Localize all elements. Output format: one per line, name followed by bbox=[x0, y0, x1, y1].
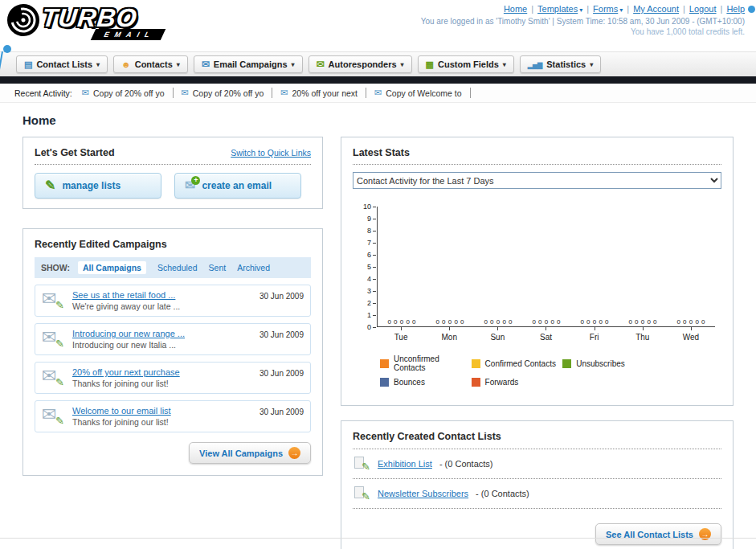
manage-lists-button[interactable]: ✎manage lists bbox=[35, 173, 161, 199]
contact-list-item[interactable]: ✎Exhibition List- (0 Contacts) bbox=[353, 449, 721, 478]
envelope-icon: ✉ bbox=[42, 366, 56, 387]
envelope-icon: ✉ bbox=[280, 88, 288, 98]
contact-list-item[interactable]: ✎Newsletter Subscribers- (0 Contacts) bbox=[353, 479, 721, 508]
decoration-dot-left bbox=[3, 45, 11, 53]
campaigns-panel-title: Recently Edited Campaigns bbox=[35, 239, 311, 250]
nav-tab-email-campaigns[interactable]: Email Campaigns▾ bbox=[194, 55, 303, 73]
x-axis-label: Mon bbox=[425, 327, 473, 342]
recent-activity-text: 20% off your next bbox=[292, 88, 358, 98]
x-axis-label: Fri bbox=[570, 327, 619, 342]
link-separator: | bbox=[586, 4, 589, 14]
recent-activity-item[interactable]: ✉Copy of Welcome to bbox=[374, 88, 471, 98]
nav-tab-label: Autoresponders bbox=[329, 59, 397, 69]
recent-activity-item[interactable]: ✉20% off your next bbox=[280, 88, 366, 98]
top-link-logout[interactable]: Logout bbox=[689, 4, 717, 14]
campaign-title-link[interactable]: Introducing our new range ... bbox=[72, 329, 185, 338]
nav-tab-label: Statistics bbox=[546, 59, 586, 69]
contact-list-link[interactable]: Newsletter Subscribers bbox=[378, 489, 468, 498]
campaign-row[interactable]: ✉✎Introducing our new range ...Introduci… bbox=[35, 323, 311, 355]
recent-activity-item[interactable]: ✉Copy of 20% off yo bbox=[182, 88, 273, 98]
top-link-home[interactable]: Home bbox=[504, 4, 527, 14]
chart-value-labels: 0 0 0 0 0 bbox=[522, 318, 570, 326]
nav-tab-custom-fields[interactable]: Custom Fields▾ bbox=[418, 55, 514, 73]
y-tick-mark bbox=[373, 279, 376, 280]
contacts-icon bbox=[121, 60, 131, 69]
bounces-swatch bbox=[380, 378, 389, 387]
chart-legend: Unconfirmed ContactsConfirmed ContactsUn… bbox=[380, 354, 656, 392]
chevron-down-icon: ▾ bbox=[503, 61, 506, 68]
y-tick-mark bbox=[373, 219, 376, 219]
chart-value-labels: 0 0 0 0 0 bbox=[667, 318, 715, 326]
top-header: TURBO EMAIL Home|Templates▾|Forms▾|My Ac… bbox=[0, 0, 756, 51]
link-separator: | bbox=[721, 4, 723, 14]
chevron-down-icon: ▾ bbox=[579, 6, 582, 14]
legend-item-unsubscribes: Unsubscribes bbox=[562, 354, 654, 372]
switch-to-quick-links-link[interactable]: Switch to Quick Links bbox=[231, 148, 311, 158]
envelope-icon: ✉ bbox=[42, 289, 56, 309]
nav-tab-statistics[interactable]: Statistics▾ bbox=[520, 55, 601, 73]
legend-item-confirmed-contacts: Confirmed Contacts bbox=[472, 354, 563, 372]
y-tick-mark bbox=[373, 327, 376, 328]
legend-label: Forwards bbox=[485, 378, 519, 387]
chart-value-labels: 0 0 0 0 0 bbox=[619, 318, 667, 326]
see-all-contact-lists-button[interactable]: See All Contact Lists → bbox=[595, 523, 721, 545]
top-link-forms[interactable]: Forms▾ bbox=[593, 4, 623, 14]
top-link-help[interactable]: Help bbox=[726, 4, 745, 14]
campaign-subtitle: We're giving away our late ... bbox=[72, 301, 241, 311]
campaign-row[interactable]: ✉✎Welcome to our email listThanks for jo… bbox=[35, 400, 311, 432]
email-edit-icon: ✉✎ bbox=[42, 406, 66, 427]
filter-all-campaigns[interactable]: All Campaigns bbox=[78, 261, 146, 274]
recent-activity-item[interactable]: ✉Copy of 20% off yo bbox=[82, 88, 174, 98]
chart-value-labels: 0 0 0 0 0 bbox=[378, 318, 426, 326]
filter-archived[interactable]: Archived bbox=[237, 263, 270, 272]
nav-tab-autoresponders[interactable]: Autoresponders▾ bbox=[309, 55, 412, 73]
stats-period-select[interactable]: Contact Activity for the Last 7 Days bbox=[353, 172, 721, 189]
link-separator: | bbox=[683, 4, 685, 14]
top-link-my-account[interactable]: My Account bbox=[633, 4, 679, 14]
campaign-date: 30 Jun 2009 bbox=[247, 290, 304, 301]
envelope-icon: ✉ bbox=[42, 404, 56, 425]
contact-list-link[interactable]: Exhibition List bbox=[378, 459, 432, 469]
view-all-campaigns-button[interactable]: View All Campaigns → bbox=[189, 442, 311, 464]
show-label: SHOW: bbox=[41, 263, 70, 272]
campaign-text: Introducing our new range ...Introducing… bbox=[72, 329, 241, 350]
filter-scheduled[interactable]: Scheduled bbox=[157, 263, 198, 272]
x-axis-label: Sat bbox=[521, 327, 570, 342]
nav-tab-contacts[interactable]: Contacts▾ bbox=[113, 55, 188, 73]
campaign-title-link[interactable]: See us at the retail food ... bbox=[72, 290, 175, 300]
create-an-email-button[interactable]: ✉+create an email bbox=[174, 173, 301, 199]
chart-groups: 0 0 0 0 00 0 0 0 00 0 0 0 00 0 0 0 00 0 … bbox=[378, 207, 715, 326]
recent-activity-items: ✉Copy of 20% off yo✉Copy of 20% off yo✉2… bbox=[82, 88, 471, 98]
header-links: Home|Templates▾|Forms▾|My Account|Logout… bbox=[421, 4, 745, 14]
legend-label: Unconfirmed Contacts bbox=[394, 354, 472, 372]
pencil-icon: ✎ bbox=[55, 415, 64, 427]
campaign-row[interactable]: ✉✎20% off your next purchaseThanks for j… bbox=[35, 362, 311, 394]
filter-sent[interactable]: Sent bbox=[209, 263, 227, 272]
chart-day-group: 0 0 0 0 0 bbox=[426, 207, 474, 326]
campaign-list: ✉✎See us at the retail food ...We're giv… bbox=[35, 285, 311, 432]
plus-icon: + bbox=[191, 176, 200, 185]
campaign-text: 20% off your next purchaseThanks for joi… bbox=[72, 367, 241, 388]
campaign-title-link[interactable]: Welcome to our email list bbox=[72, 406, 171, 416]
campaign-row[interactable]: ✉✎See us at the retail food ...We're giv… bbox=[35, 285, 311, 317]
email-edit-icon: ✉✎ bbox=[42, 290, 66, 311]
y-tick-mark bbox=[373, 231, 376, 231]
contact-lists-icon bbox=[24, 60, 32, 69]
recent-activity-text: Copy of 20% off yo bbox=[193, 88, 264, 98]
legend-label: Unsubscribes bbox=[576, 359, 625, 368]
contact-list-count: - (0 Contacts) bbox=[439, 459, 493, 469]
envelope-icon: ✉ bbox=[42, 327, 56, 348]
nav-tab-contact-lists[interactable]: Contact Lists▾ bbox=[16, 55, 108, 73]
top-link-templates[interactable]: Templates▾ bbox=[537, 4, 582, 14]
page-title: Home bbox=[22, 113, 734, 127]
campaign-title-link[interactable]: 20% off your next purchase bbox=[72, 367, 180, 377]
recent-contact-lists-panel: Recently Created Contact Lists ✎Exhibiti… bbox=[341, 420, 734, 549]
campaign-text: Welcome to our email listThanks for join… bbox=[72, 406, 241, 427]
page-bottom-divider bbox=[0, 538, 756, 539]
email-campaigns-icon bbox=[202, 59, 210, 69]
nav-tab-label: Custom Fields bbox=[438, 59, 499, 69]
contact-list-count: - (0 Contacts) bbox=[476, 489, 529, 498]
campaign-text: See us at the retail food ...We're givin… bbox=[72, 290, 241, 311]
chevron-down-icon: ▾ bbox=[177, 61, 180, 68]
recent-activity-text: Copy of 20% off yo bbox=[93, 88, 165, 98]
